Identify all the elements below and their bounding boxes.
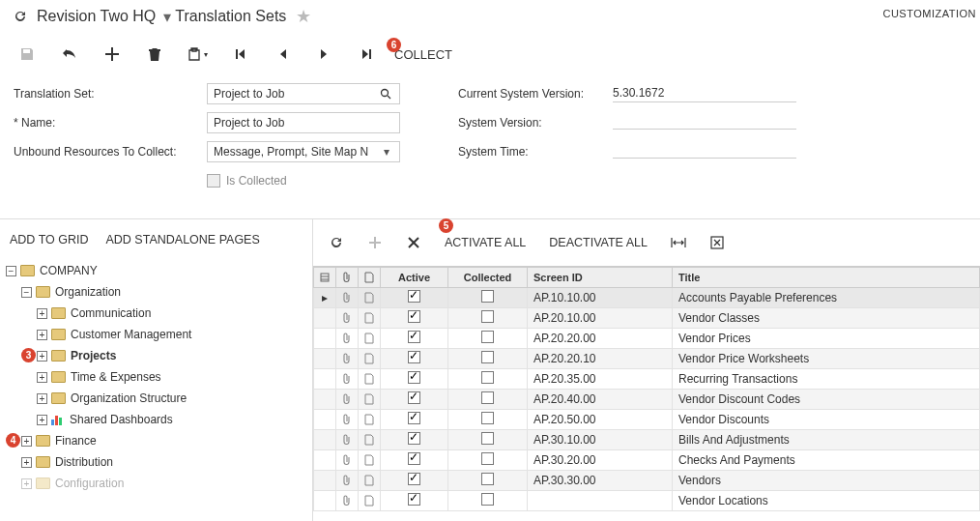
- expand-icon[interactable]: +: [37, 372, 47, 383]
- expand-icon[interactable]: +: [37, 415, 47, 425]
- tree-node-distribution[interactable]: + Distribution: [6, 451, 308, 473]
- collected-cell[interactable]: [448, 369, 528, 390]
- collect-button[interactable]: COLLECT: [394, 47, 452, 62]
- title-header[interactable]: Title: [673, 268, 980, 288]
- table-row[interactable]: AP.20.10.00Vendor Classes: [314, 308, 980, 329]
- active-cell[interactable]: [381, 369, 448, 390]
- row-indicator[interactable]: [314, 430, 336, 450]
- collected-cell[interactable]: [448, 349, 528, 369]
- table-row[interactable]: AP.30.10.00Bills And Adjustments: [314, 430, 980, 450]
- active-cell[interactable]: [381, 410, 448, 430]
- active-cell[interactable]: [381, 390, 448, 410]
- active-cell[interactable]: [381, 471, 448, 491]
- tree-node-org-structure[interactable]: + Organization Structure: [6, 388, 308, 409]
- tree-node-configuration[interactable]: + Configuration: [6, 473, 308, 494]
- save-button[interactable]: [10, 41, 44, 68]
- attachment-cell[interactable]: [336, 288, 359, 308]
- row-indicator[interactable]: [314, 308, 336, 329]
- note-cell[interactable]: [359, 308, 381, 329]
- active-cell[interactable]: [381, 349, 448, 369]
- details-grid[interactable]: Active Collected Screen ID Title ▸AP.10.…: [313, 266, 980, 511]
- table-row[interactable]: AP.20.20.00Vendor Prices: [314, 329, 980, 349]
- collected-cell[interactable]: [448, 410, 528, 430]
- attachment-cell[interactable]: [336, 329, 359, 349]
- fit-columns-button[interactable]: [663, 229, 694, 256]
- row-indicator-header[interactable]: [314, 268, 336, 288]
- expand-icon[interactable]: +: [21, 436, 32, 447]
- tree-node-time-expenses[interactable]: + Time & Expenses: [6, 366, 308, 388]
- tree-node-finance[interactable]: 4 + Finance: [6, 430, 308, 451]
- delete-button[interactable]: [137, 41, 172, 68]
- collected-cell[interactable]: [448, 430, 528, 450]
- breadcrumb-company[interactable]: Revision Two HQ: [37, 8, 156, 25]
- unbound-resources-selector[interactable]: Message, Prompt, Site Map N ▾: [207, 141, 400, 162]
- favorite-star-icon[interactable]: ★: [296, 6, 311, 27]
- table-row[interactable]: AP.30.30.00Vendors: [314, 471, 980, 491]
- chevron-down-icon[interactable]: ▾: [380, 145, 393, 159]
- row-indicator[interactable]: [314, 471, 336, 491]
- grid-refresh-button[interactable]: [321, 229, 352, 256]
- collected-header[interactable]: Collected: [448, 268, 528, 288]
- grid-delete-button[interactable]: [398, 229, 429, 256]
- add-standalone-pages-button[interactable]: ADD STANDALONE PAGES: [106, 233, 260, 246]
- collected-cell[interactable]: [448, 471, 528, 491]
- add-button[interactable]: [95, 41, 130, 68]
- tree-node-shared-dash[interactable]: + Shared Dashboards: [6, 409, 308, 430]
- deactivate-all-button[interactable]: DEACTIVATE ALL: [549, 236, 648, 249]
- expand-icon[interactable]: +: [21, 457, 32, 468]
- row-indicator[interactable]: [314, 369, 336, 390]
- tree-node-customer-mgmt[interactable]: + Customer Management: [6, 324, 308, 345]
- collected-cell[interactable]: [448, 390, 528, 410]
- collected-cell[interactable]: [448, 308, 528, 329]
- expand-icon[interactable]: +: [37, 393, 47, 404]
- table-row[interactable]: AP.30.20.00Checks And Payments: [314, 450, 980, 471]
- note-cell[interactable]: [359, 471, 381, 491]
- table-row[interactable]: AP.20.50.00Vendor Discounts: [314, 410, 980, 430]
- attachment-cell[interactable]: [336, 491, 359, 511]
- collapse-icon[interactable]: −: [6, 266, 16, 276]
- table-row[interactable]: ▸AP.10.10.00Accounts Payable Preferences: [314, 288, 980, 308]
- attachment-cell[interactable]: [336, 390, 359, 410]
- active-cell[interactable]: [381, 288, 448, 308]
- site-map-tree[interactable]: − COMPANY − Organization + Communication…: [0, 258, 312, 502]
- attachment-cell[interactable]: [336, 308, 359, 329]
- row-indicator[interactable]: [314, 450, 336, 471]
- attachment-cell[interactable]: [336, 369, 359, 390]
- next-record-button[interactable]: [307, 41, 342, 68]
- collected-cell[interactable]: [448, 329, 528, 349]
- active-cell[interactable]: [381, 308, 448, 329]
- expand-icon[interactable]: +: [21, 478, 32, 489]
- active-cell[interactable]: [381, 491, 448, 511]
- note-cell[interactable]: [359, 390, 381, 410]
- is-collected-checkbox[interactable]: [207, 174, 220, 188]
- attachment-cell[interactable]: [336, 349, 359, 369]
- add-to-grid-button[interactable]: ADD TO GRID: [10, 233, 89, 246]
- first-record-button[interactable]: [222, 41, 257, 68]
- last-record-button[interactable]: [350, 41, 385, 68]
- attachment-cell[interactable]: [336, 430, 359, 450]
- note-cell[interactable]: [359, 491, 381, 511]
- clipboard-button[interactable]: ▾: [180, 41, 215, 68]
- name-field[interactable]: Project to Job: [207, 112, 400, 133]
- grid-add-button[interactable]: [360, 229, 390, 256]
- table-row[interactable]: AP.20.40.00Vendor Discount Codes: [314, 390, 980, 410]
- active-cell[interactable]: [381, 430, 448, 450]
- screen-id-header[interactable]: Screen ID: [528, 268, 673, 288]
- note-cell[interactable]: [359, 450, 381, 471]
- prev-record-button[interactable]: [265, 41, 300, 68]
- table-row[interactable]: AP.20.35.00Recurring Transactions: [314, 369, 980, 390]
- collected-cell[interactable]: [448, 491, 528, 511]
- tree-node-projects[interactable]: 3 + Projects: [6, 345, 308, 366]
- refresh-icon[interactable]: [10, 6, 31, 27]
- attachment-cell[interactable]: [336, 410, 359, 430]
- tree-node-organization[interactable]: − Organization: [6, 281, 308, 303]
- translation-set-selector[interactable]: Project to Job: [207, 83, 400, 104]
- active-cell[interactable]: [381, 450, 448, 471]
- note-cell[interactable]: [359, 430, 381, 450]
- row-indicator[interactable]: [314, 390, 336, 410]
- row-indicator[interactable]: [314, 329, 336, 349]
- collected-cell[interactable]: [448, 450, 528, 471]
- table-row[interactable]: Vendor Locations: [314, 491, 980, 511]
- expand-icon[interactable]: +: [37, 308, 47, 319]
- note-cell[interactable]: [359, 369, 381, 390]
